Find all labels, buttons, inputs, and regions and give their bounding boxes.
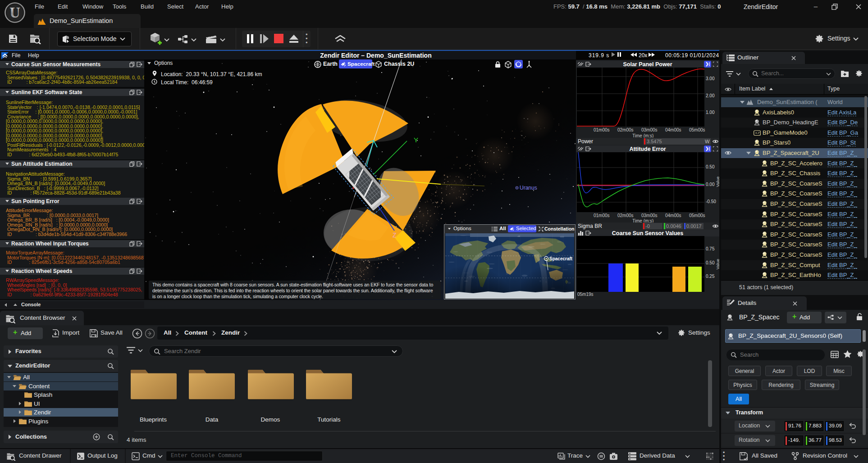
svg-text:Y: Y [414,136,418,144]
svg-text:Uranus: Uranus [520,185,537,191]
svg-text:Spacecraft: Spacecraft [549,256,573,261]
svg-text:Z: Z [393,232,397,239]
svg-text:U: U [9,5,20,21]
